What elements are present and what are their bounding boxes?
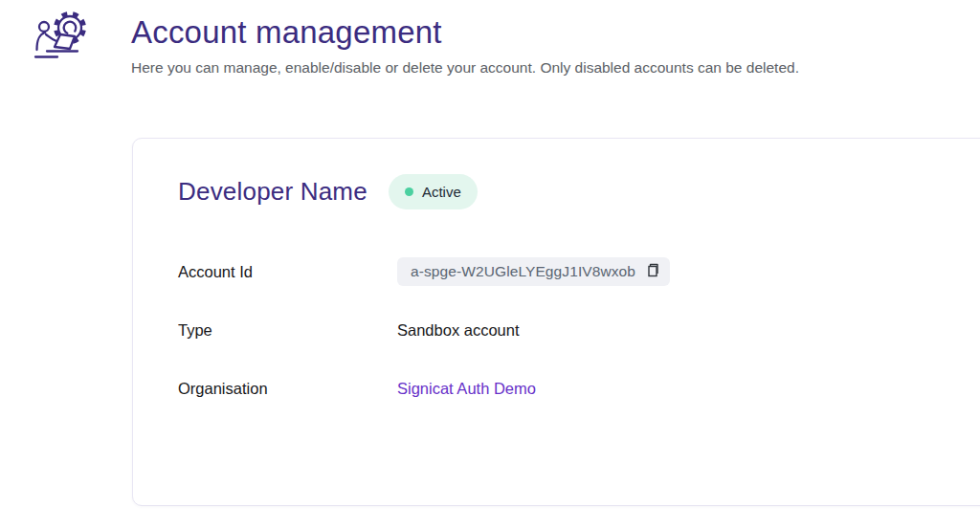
status-badge-label: Active [422, 184, 461, 200]
status-badge: Active [389, 174, 478, 209]
account-name-row: Developer Name Active [178, 174, 980, 209]
account-id-value-box: a-spge-W2UGleLYEggJ1IV8wxob [397, 257, 670, 286]
copy-account-id-button[interactable] [646, 262, 661, 281]
type-label: Type [178, 321, 397, 340]
account-name: Developer Name [178, 177, 368, 207]
organisation-label: Organisation [178, 380, 397, 398]
account-id-value: a-spge-W2UGleLYEggJ1IV8wxob [411, 263, 635, 280]
header-text-block: Account management Here you can manage, … [131, 13, 954, 77]
account-card-body: Developer Name Active Account Id a-spge-… [133, 139, 980, 403]
organisation-link[interactable]: Signicat Auth Demo [397, 380, 536, 398]
account-id-label: Account Id [178, 263, 397, 281]
type-row: Type Sandbox account [178, 316, 980, 344]
page-title: Account management [131, 13, 954, 52]
copy-icon [646, 262, 661, 281]
person-at-laptop-with-gear-icon [33, 8, 92, 63]
account-id-row: Account Id a-spge-W2UGleLYEggJ1IV8wxob [178, 257, 980, 286]
type-value: Sandbox account [397, 321, 520, 340]
account-card: Developer Name Active Account Id a-spge-… [132, 138, 980, 506]
status-dot-icon [405, 187, 413, 196]
page-header: Account management Here you can manage, … [0, 0, 980, 96]
organisation-row: Organisation Signicat Auth Demo [178, 374, 980, 403]
page-subtitle: Here you can manage, enable/disable or d… [131, 58, 954, 77]
